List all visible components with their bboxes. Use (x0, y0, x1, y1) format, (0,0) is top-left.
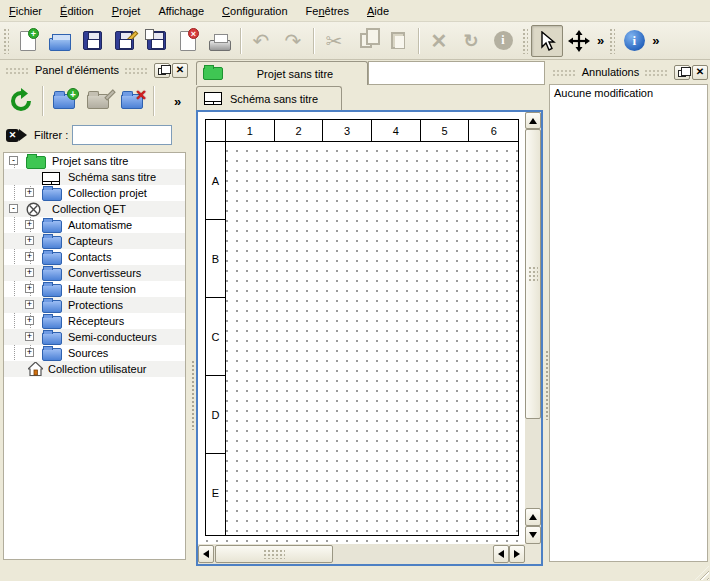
filter-label: Filtrer : (34, 129, 68, 141)
reload-collections-button[interactable] (4, 84, 38, 118)
tabbar-empty-area (368, 61, 545, 85)
close-project-button[interactable]: × (172, 25, 204, 57)
toolbar-overflow-button[interactable]: » (650, 33, 661, 48)
expand-icon[interactable]: + (25, 316, 34, 325)
tree-item-haute-tension[interactable]: + Haute tension (4, 281, 185, 297)
collapse-icon[interactable]: - (9, 156, 18, 165)
expand-icon[interactable]: + (25, 268, 34, 277)
delete-button[interactable]: ✕ (423, 25, 455, 57)
tree-item-contacts[interactable]: + Contacts (4, 249, 185, 265)
select-mode-button[interactable] (531, 25, 563, 57)
toolbar-drag-handle[interactable] (609, 28, 615, 54)
toolbar-drag-handle[interactable] (522, 28, 528, 54)
expand-icon[interactable]: + (25, 332, 34, 341)
clear-filter-button[interactable]: ✕ (6, 128, 28, 143)
diagram-canvas[interactable]: 1 2 3 4 5 6 A B C D E (198, 112, 525, 544)
save-all-button[interactable] (140, 25, 172, 57)
folder-icon (42, 332, 62, 345)
elements-panel-dock: Panel d'éléments ✕ + ✕ » ✕ (0, 60, 190, 581)
tree-item-recepteurs[interactable]: + Récepteurs (4, 313, 185, 329)
menu-projet[interactable]: Projet (103, 0, 150, 22)
tree-item-collection-projet[interactable]: + Collection projet (4, 185, 185, 201)
tree-item-projet-sans-titre[interactable]: - Projet sans titre (4, 153, 185, 169)
cut-button[interactable]: ✂ (318, 25, 350, 57)
scroll-left-button[interactable] (198, 545, 214, 563)
menu-fichier[interactable]: Fichier (0, 0, 51, 22)
scroll-right-button[interactable] (509, 545, 525, 563)
save-button[interactable] (76, 25, 108, 57)
menu-fenetres[interactable]: Fenêtres (297, 0, 358, 22)
rotate-icon: ↻ (463, 32, 478, 50)
scroll-left-button[interactable] (493, 545, 509, 563)
qet-collection-icon (26, 202, 41, 217)
element-info-button[interactable]: i (487, 25, 519, 57)
schema-tabbar: Schéma sans titre (196, 85, 545, 110)
expand-icon[interactable]: + (25, 236, 34, 245)
dock-close-button[interactable]: ✕ (172, 63, 188, 78)
rotate-button[interactable]: ↻ (455, 25, 487, 57)
toolbar-area: + × ↶ ↷ ✂ ✕ ↻ i (0, 22, 710, 60)
tree-item-semi-conducteurs[interactable]: + Semi-conducteurs (4, 329, 185, 345)
tree-item-convertisseurs[interactable]: + Convertisseurs (4, 265, 185, 281)
undo-panel-title: Annulations (582, 66, 640, 78)
about-info-button[interactable]: i (618, 25, 650, 57)
expand-icon[interactable]: + (25, 300, 34, 309)
menu-affichage[interactable]: Affichage (149, 0, 213, 22)
tree-item-collection-utilisateur[interactable]: Collection utilisateur (4, 361, 185, 377)
tree-item-automatisme[interactable]: + Automatisme (4, 217, 185, 233)
move-arrows-icon (568, 30, 590, 52)
undo-button[interactable]: ↶ (245, 25, 277, 57)
delete-category-button[interactable]: ✕ (115, 84, 149, 118)
menu-bar: Fichier Édition Projet Affichage Configu… (0, 0, 710, 22)
edit-category-button[interactable] (81, 84, 115, 118)
tree-item-protections[interactable]: + Protections (4, 297, 185, 313)
vertical-scrollbar[interactable] (525, 112, 541, 544)
menu-configuration[interactable]: Configuration (213, 0, 296, 22)
expand-icon[interactable]: + (25, 284, 34, 293)
expand-icon[interactable]: + (25, 220, 34, 229)
paste-icon (391, 32, 405, 49)
tab-schema-sans-titre[interactable]: Schéma sans titre (196, 86, 342, 110)
horizontal-scroll-thumb[interactable] (215, 545, 333, 563)
redo-button[interactable]: ↷ (277, 25, 309, 57)
dock-float-button[interactable] (674, 65, 690, 80)
open-project-button[interactable] (44, 25, 76, 57)
scroll-up-button[interactable] (525, 112, 541, 129)
collapse-icon[interactable]: - (9, 204, 18, 213)
filter-input[interactable] (72, 125, 172, 145)
elements-panel-titlebar: Panel d'éléments ✕ (0, 60, 190, 80)
print-button[interactable] (204, 25, 236, 57)
menu-aide[interactable]: Aide (358, 0, 398, 22)
panel-overflow-button[interactable]: » (172, 94, 183, 109)
tree-item-collection-qet[interactable]: - Collection QET (4, 201, 185, 217)
new-category-button[interactable]: + (47, 84, 81, 118)
menu-edition[interactable]: Édition (51, 0, 103, 22)
undo-icon: ↶ (253, 31, 270, 51)
undo-list-item[interactable]: Aucune modification (550, 85, 707, 101)
tree-item-capteurs[interactable]: + Capteurs (4, 233, 185, 249)
save-as-button[interactable] (108, 25, 140, 57)
dock-close-button[interactable]: ✕ (692, 65, 708, 80)
undo-panel-dock: Annulations ✕ Aucune modification (547, 60, 710, 581)
folder-new-icon: + (53, 94, 75, 109)
new-project-button[interactable]: + (12, 25, 44, 57)
scroll-down-button[interactable] (525, 526, 541, 544)
expand-icon[interactable]: + (25, 252, 34, 261)
tab-projet-sans-titre[interactable]: Projet sans titre (196, 61, 368, 85)
toolbar-drag-handle[interactable] (3, 28, 9, 54)
scroll-up-button[interactable] (525, 508, 541, 526)
row-header: A (206, 142, 225, 220)
pan-mode-button[interactable] (563, 25, 595, 57)
horizontal-scrollbar[interactable] (198, 544, 525, 564)
toolbar-overflow-button[interactable]: » (595, 33, 606, 48)
copy-button[interactable] (350, 25, 382, 57)
info-gray-icon: i (494, 31, 513, 50)
tree-item-sources[interactable]: + Sources (4, 345, 185, 361)
vertical-scroll-thumb[interactable] (525, 129, 541, 419)
tree-item-schema-sans-titre[interactable]: Schéma sans titre (4, 169, 185, 185)
paste-button[interactable] (382, 25, 414, 57)
expand-icon[interactable]: + (25, 348, 34, 357)
restore-icon (678, 70, 686, 77)
dock-float-button[interactable] (154, 63, 170, 78)
expand-icon[interactable]: + (25, 188, 34, 197)
